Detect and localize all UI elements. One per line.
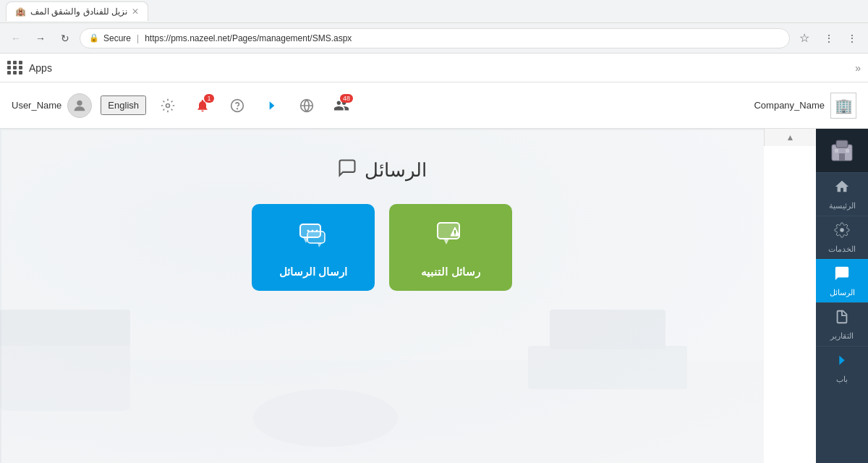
sidebar-messages-label: الرسائل <box>830 288 855 297</box>
tab-title: نزيل للفنادق والشقق المف <box>30 7 127 17</box>
settings-button[interactable] <box>155 93 181 119</box>
cards-row: رسائل التنبيه <box>252 204 512 291</box>
grid-dot <box>7 61 11 64</box>
secure-label: Secure <box>103 33 131 43</box>
grid-dot <box>13 61 17 64</box>
sidebar-reports-label: التقارير <box>830 331 854 341</box>
notifications-button[interactable]: 1 <box>190 93 216 119</box>
page-title: الرسائل <box>365 159 427 182</box>
sidebar-item-services[interactable]: الخدمات <box>816 216 868 259</box>
support-button[interactable] <box>224 93 250 119</box>
collapse-button[interactable]: ▲ <box>764 129 816 146</box>
svg-rect-29 <box>839 153 845 161</box>
reports-icon <box>834 309 850 328</box>
sidebar-services-label: الخدمات <box>828 245 856 254</box>
apps-label: Apps <box>29 62 52 74</box>
language-button[interactable]: English <box>101 95 146 115</box>
right-sidebar: الرئيسية الخدمات الرسائل التقارير <box>816 129 868 463</box>
content-inner: الرسائل <box>0 129 764 291</box>
arrow-button[interactable] <box>259 93 285 119</box>
browser-title-bar: 🏨 نزيل للفنادق والشقق المف ✕ <box>0 0 868 23</box>
svg-point-25 <box>312 229 314 232</box>
svg-marker-16 <box>443 239 449 245</box>
browser-extra-buttons: ⋮ ⋮ <box>819 28 862 48</box>
bab-icon <box>834 352 850 372</box>
app-bar: Apps » <box>0 54 868 82</box>
user-avatar[interactable] <box>67 93 92 118</box>
page-title-row: الرسائل <box>337 158 427 182</box>
apps-grid-icon[interactable] <box>7 61 23 75</box>
company-icon: 🏢 <box>830 93 856 119</box>
svg-point-19 <box>454 234 456 235</box>
sidebar-bab-label: باب <box>836 375 848 384</box>
sidebar-logo[interactable] <box>816 129 868 172</box>
send-messages-icon <box>296 217 331 258</box>
extensions-button[interactable]: ⋮ <box>819 28 839 48</box>
grid-dot <box>19 66 22 69</box>
svg-rect-11 <box>0 310 130 346</box>
svg-rect-12 <box>528 346 687 389</box>
address-bar[interactable]: 🔒 Secure | https://pms.nazeel.net/Pages/… <box>80 28 790 48</box>
svg-rect-13 <box>550 310 665 349</box>
svg-point-0 <box>77 100 82 105</box>
svg-rect-22 <box>307 232 325 243</box>
user-section: User_Name <box>12 93 92 118</box>
svg-rect-10 <box>0 339 130 411</box>
user-name: User_Name <box>12 100 61 111</box>
svg-rect-31 <box>846 149 849 153</box>
forward-button[interactable]: → <box>30 28 51 48</box>
sidebar-home-label: الرئيسية <box>829 201 856 211</box>
messages-icon <box>834 266 850 285</box>
svg-point-24 <box>307 229 310 232</box>
globe-button[interactable] <box>294 93 320 119</box>
svg-marker-23 <box>318 243 322 247</box>
secure-icon: 🔒 <box>89 33 99 43</box>
grid-dot <box>13 71 17 75</box>
grid-dot <box>19 71 22 75</box>
svg-point-3 <box>237 108 238 109</box>
sidebar-item-reports[interactable]: التقارير <box>816 302 868 346</box>
browser-tab[interactable]: 🏨 نزيل للفنادق والشقق المف ✕ <box>6 1 148 21</box>
home-icon <box>834 179 850 198</box>
back-button[interactable]: ← <box>6 28 26 48</box>
alert-messages-card[interactable]: رسائل التنبيه <box>389 204 512 291</box>
users-button[interactable]: 48 <box>328 93 354 119</box>
sidebar-item-home[interactable]: الرئيسية <box>816 172 868 216</box>
reload-button[interactable]: ↻ <box>55 28 75 48</box>
sidebar-item-messages[interactable]: الرسائل <box>816 259 868 302</box>
grid-dot <box>7 66 11 69</box>
alert-messages-label: رسائل التنبيه <box>421 266 480 279</box>
notification-badge: 1 <box>204 94 214 103</box>
main-header: User_Name English 1 48 Company_Name 🏢 <box>0 82 868 129</box>
main-layout: الرسائل <box>0 129 868 463</box>
grid-dot <box>19 61 22 64</box>
grid-dot <box>7 71 11 75</box>
grid-dot <box>13 66 17 69</box>
svg-rect-28 <box>836 140 848 148</box>
tab-close-button[interactable]: ✕ <box>132 7 139 17</box>
content-area: الرسائل <box>0 129 764 463</box>
tab-favicon: 🏨 <box>15 7 26 17</box>
separator: | <box>137 33 139 43</box>
alert-messages-icon <box>433 217 468 258</box>
services-icon <box>834 222 850 242</box>
svg-rect-30 <box>835 149 838 153</box>
sidebar-item-bab[interactable]: باب <box>816 346 868 389</box>
users-badge: 48 <box>340 94 353 103</box>
app-bar-right: » <box>855 61 861 75</box>
svg-point-26 <box>316 229 318 232</box>
send-messages-card[interactable]: ارسال الرسائل <box>252 204 375 291</box>
menu-button[interactable]: ⋮ <box>842 28 862 48</box>
send-messages-label: ارسال الرسائل <box>279 266 347 279</box>
company-name: Company_Name <box>754 100 825 111</box>
url-text: https://pms.nazeel.net/Pages/management/… <box>145 33 352 43</box>
company-section: Company_Name 🏢 <box>754 93 856 119</box>
browser-toolbar: ← → ↻ 🔒 Secure | https://pms.nazeel.net/… <box>0 23 868 54</box>
bookmark-button[interactable]: ☆ <box>794 28 814 48</box>
chevron-right-icon[interactable]: » <box>855 62 861 74</box>
svg-point-14 <box>253 389 398 447</box>
svg-point-32 <box>840 228 844 232</box>
svg-point-1 <box>166 103 170 107</box>
page-title-icon <box>337 158 357 182</box>
